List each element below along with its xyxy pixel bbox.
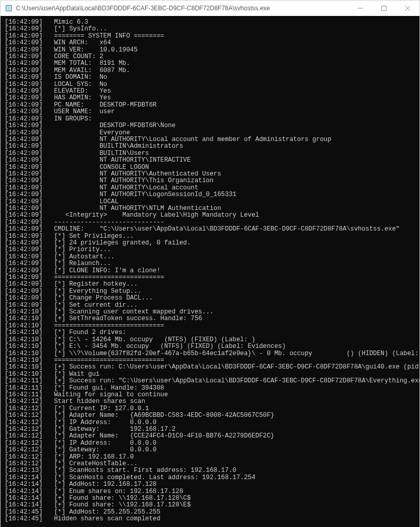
- console-line: [16:42:09] PC NAME: DESKTOP-MFDBT6R: [5, 102, 416, 109]
- console-line: [16:42:09] =============================: [5, 274, 416, 281]
- console-line: [16:42:09] ELEVATED: Yes: [5, 88, 416, 95]
- console-line: [16:42:14] [*] ScanHosts completed. Last…: [5, 475, 416, 481]
- console-line: [16:42:14] [+] Found share: \\192.168.17…: [5, 502, 416, 508]
- svg-rect-1: [7, 7, 11, 10]
- console-line: [16:42:10] [*] C:\ - 14264 Mb. occupy (N…: [5, 337, 416, 343]
- console-line: [16:42:13] [*] ScanHosts start. First ad…: [5, 467, 416, 474]
- console-line: [16:42:12] [*] Gateway: 192.168.17.2: [5, 426, 416, 433]
- console-line: [16:42:12] Start hidden shares scan: [5, 398, 416, 405]
- console-line: [16:42:09] IS DOMAIN: No: [5, 74, 416, 81]
- console-line: [16:42:12] [*] Current IP: 127.0.0.1: [5, 406, 416, 412]
- console-line: [16:42:09] [*] Priority...: [5, 247, 416, 253]
- console-line: [16:42:10] [*] E:\ - 3454 Mb. occupy (NT…: [5, 343, 416, 350]
- console-line: [16:42:09] WIN VER: 10.0.19045: [5, 47, 416, 54]
- console-line: [16:42:09] NT AUTHORITY\LogonSessionId_0…: [5, 191, 416, 198]
- titlebar[interactable]: C:\Users\user\AppData\Local\BD3FDDDF-6CA…: [1, 1, 419, 16]
- console-line: [16:42:09] MEM TOTAL: 8191 Mb.: [5, 60, 416, 67]
- console-line: [16:42:09] USER NAME: user: [5, 109, 416, 115]
- console-line: [16:42:12] [*] CreateHostTable...: [5, 461, 416, 467]
- console-line: [16:42:09] CONSOLE LOGON: [5, 164, 416, 171]
- console-line: [16:42:09] NT AUTHORITY\Local account an…: [5, 136, 416, 143]
- svg-rect-2: [382, 6, 387, 11]
- console-line: [16:42:09] NT AUTHORITY\This Organizatio…: [5, 178, 416, 184]
- console-line: [16:42:09] HAS ADMIN: Yes: [5, 95, 416, 101]
- console-line: [16:42:09] <Integrity> Mandatory Label\H…: [5, 212, 416, 219]
- console-line: [16:42:09] BUILTIN\Users: [5, 150, 416, 157]
- console-line: [16:42:09] MEM AVAIL: 6087 Mb.: [5, 67, 416, 74]
- console-line: [16:42:10] [+] SetThreadToken success. H…: [5, 315, 416, 322]
- console-line: [16:42:10] [*] Scanning user context map…: [5, 309, 416, 315]
- console-output[interactable]: [16:42:09] Mimic 6.3[16:42:09] [*] SysIn…: [1, 16, 419, 527]
- console-line: [16:42:09] NT AUTHORITY\Local account: [5, 185, 416, 191]
- console-line: [16:42:12] [*] IP Address: 0.0.0.0: [5, 440, 416, 447]
- console-line: [16:42:09] [*] Autostart...: [5, 254, 416, 260]
- app-icon: [5, 4, 13, 12]
- console-line: [16:42:09] [*] Everything Setup...: [5, 288, 416, 295]
- console-line: [16:42:09] NT AUTHORITY\Authenticated Us…: [5, 171, 416, 178]
- console-line: [16:42:14] [*] Enum shares on: 192.168.1…: [5, 488, 416, 495]
- console-line: [16:42:09] [*] Register hotkey...: [5, 281, 416, 288]
- console-line: [16:42:09] WIN ARCH: x64: [5, 40, 416, 46]
- console-line: [16:42:11] Waiting for signal to continu…: [5, 392, 416, 398]
- console-line: [16:42:09] [*] Relaunch...: [5, 260, 416, 267]
- console-line: [16:42:09] [*] CLONE INFO: I'm a clone!: [5, 268, 416, 274]
- console-line: [16:42:09] [*] SysInfo...: [5, 26, 416, 32]
- console-line: [16:42:14] [+] Found share: \\192.168.17…: [5, 495, 416, 502]
- minimize-button[interactable]: [348, 1, 372, 16]
- console-line: [16:42:10] =============================: [5, 357, 416, 364]
- console-line: [16:42:09] [*] Set current dir...: [5, 302, 416, 309]
- console-line: [16:42:10] [+] Success run: C:\Users\use…: [5, 364, 416, 371]
- console-line: [16:42:10] [*] Wait gui: [5, 371, 416, 378]
- console-line: [16:42:09] Mimic 6.3: [5, 19, 416, 26]
- console-line: [16:42:09] NT AUTHORITY\NTLM Authenticat…: [5, 205, 416, 212]
- console-line: [16:42:09] IN GROUPS:: [5, 116, 416, 122]
- console-line: [16:42:10] [*] Found 2 drives:: [5, 329, 416, 336]
- console-line: [16:42:10] =============================: [5, 323, 416, 329]
- close-button[interactable]: [396, 1, 419, 16]
- console-line: [16:42:45] [*] AddHost: 255.255.255.255: [5, 509, 416, 516]
- console-line: [16:42:09] LOCAL SYS: No: [5, 81, 416, 88]
- console-line: [16:42:09] ======== SYSTEM INFO ========: [5, 33, 416, 40]
- console-line: [16:42:14] [*] AddHost: 192.168.17.128: [5, 481, 416, 488]
- console-line: [16:42:09] CMDLINE: "C:\Users\user\AppDa…: [5, 226, 416, 233]
- console-line: [16:42:11] [*] Found gui. Handle: 394308: [5, 385, 416, 392]
- console-line: [16:42:09] [*] Change Process DACL...: [5, 295, 416, 302]
- console-line: [16:42:09] BUILTIN\Administrators: [5, 143, 416, 150]
- console-line: [16:42:09] DESKTOP-MFDBT6R\None: [5, 122, 416, 129]
- console-line: [16:42:09] LOCAL: [5, 199, 416, 205]
- maximize-button[interactable]: [372, 1, 396, 16]
- console-line: [16:42:11] [+] Success run: "C:\Users\us…: [5, 378, 416, 384]
- console-line: [16:42:12] [*] Gateway: 0.0.0.0: [5, 447, 416, 453]
- window-controls: [348, 1, 419, 16]
- console-line: [16:42:09] [*] 24 privileges granted, 0 …: [5, 240, 416, 247]
- console-line: [16:42:09] -----------------------------: [5, 219, 416, 226]
- console-line: [16:42:12] [*] Adapter Name: {A69BCBBD-C…: [5, 412, 416, 419]
- console-line: [16:42:12] [*] IP Address: 0.0.0.0: [5, 419, 416, 426]
- console-line: [16:42:09] CORE COUNT: 2: [5, 54, 416, 60]
- console-line: [16:42:45] Hidden shares scan completed: [5, 516, 416, 522]
- app-window: C:\Users\user\AppData\Local\BD3FDDDF-6CA…: [0, 0, 420, 527]
- console-line: [16:42:10] [*] \\?\Volume{637f82fd-20ef-…: [5, 350, 416, 357]
- console-line: [16:42:09] NT AUTHORITY\INTERACTIVE: [5, 157, 416, 164]
- console-line: [16:42:12] [*] Adapter Name: {CCE24FC4-D…: [5, 433, 416, 440]
- console-line: [16:42:09] Everyone: [5, 130, 416, 136]
- window-title: C:\Users\user\AppData\Local\BD3FDDDF-6CA…: [16, 5, 348, 12]
- console-line: [16:42:12] [*] ARP: 192.168.17.0: [5, 454, 416, 461]
- console-line: [16:42:09] [*] Set Privileges...: [5, 233, 416, 240]
